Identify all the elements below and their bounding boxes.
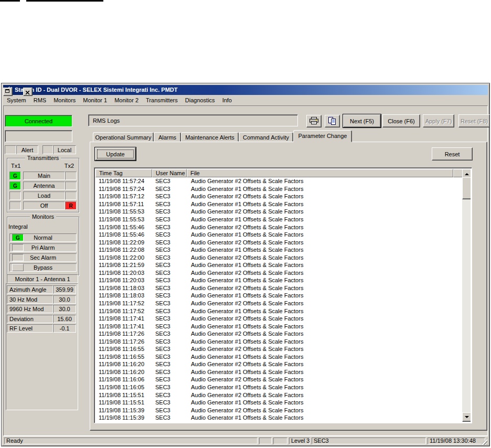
cell-file: Audio Generator #1 Offsets & Scale Facto… bbox=[187, 369, 463, 375]
copy-button[interactable] bbox=[325, 115, 340, 127]
table-row[interactable]: 11/19/08 11:16:20SEC3Audio Generator #2 … bbox=[95, 360, 463, 368]
table-row[interactable]: 11/19/08 11:16:55SEC3Audio Generator #1 … bbox=[95, 353, 463, 361]
monitors-group: Monitors Integral GNormalPri AlarmSec Al… bbox=[7, 217, 79, 275]
cell-file: Audio Generator #1 Offsets & Scale Facto… bbox=[187, 323, 463, 329]
reading-rf-level-label: RF Level bbox=[7, 324, 53, 333]
table-row[interactable]: 11/19/08 11:57:11SEC3Audio Generator #1 … bbox=[95, 200, 463, 208]
table-row[interactable]: 11/19/08 11:55:46SEC3Audio Generator #1 … bbox=[95, 231, 463, 239]
alert-indicator bbox=[5, 145, 16, 154]
monitors-subtitle: Integral bbox=[8, 223, 28, 230]
monitor-normal-label: Normal bbox=[34, 234, 52, 241]
status-pane-1 bbox=[259, 438, 272, 444]
tab-command-activity[interactable]: Command Activity bbox=[239, 132, 293, 142]
table-row[interactable]: 11/19/08 11:15:51SEC3Audio Generator #2 … bbox=[95, 391, 463, 399]
cell-file: Audio Generator #2 Offsets & Scale Facto… bbox=[187, 285, 463, 291]
menu-item-system[interactable]: System bbox=[3, 95, 30, 104]
table-row[interactable]: 11/19/08 11:20:03SEC3Audio Generator #2 … bbox=[95, 269, 463, 277]
close-button[interactable] bbox=[23, 88, 33, 96]
cell-user-name: SEC3 bbox=[152, 376, 187, 382]
cell-time-tag: 11/19/08 11:15:39 bbox=[95, 407, 152, 413]
table-row[interactable]: 11/19/08 11:20:03SEC3Audio Generator #1 … bbox=[95, 276, 463, 284]
cell-file: Audio Generator #2 Offsets & Scale Facto… bbox=[187, 178, 463, 184]
menu-item-diagnostics[interactable]: Diagnostics bbox=[182, 95, 219, 104]
view-title-field: RMS Logs bbox=[88, 114, 298, 126]
tx1-column-label: Tx1 bbox=[11, 163, 20, 169]
cell-time-tag: 11/19/08 11:20:03 bbox=[95, 277, 152, 283]
cell-time-tag: 11/19/08 11:17:52 bbox=[95, 300, 152, 306]
cell-time-tag: 11/19/08 11:55:53 bbox=[95, 216, 152, 222]
tab-alarms[interactable]: Alarms bbox=[154, 132, 181, 142]
reset-f8-button[interactable]: Reset (F8) bbox=[458, 114, 490, 127]
cell-user-name: SEC3 bbox=[152, 254, 187, 261]
transmitters-group-title: Transmitters bbox=[7, 155, 79, 161]
column-header-user-name[interactable]: User Name bbox=[152, 169, 187, 177]
column-header-file[interactable]: File bbox=[187, 169, 453, 177]
tab-parameter-change[interactable]: Parameter Change bbox=[293, 130, 352, 142]
next-button[interactable]: Next (F5) bbox=[343, 114, 381, 127]
menu-item-transmitters[interactable]: Transmitters bbox=[142, 95, 182, 104]
cell-user-name: SEC3 bbox=[152, 354, 187, 360]
cell-time-tag: 11/19/08 11:18:03 bbox=[95, 292, 152, 298]
table-row[interactable]: 11/19/08 11:22:09SEC3Audio Generator #2 … bbox=[95, 238, 463, 246]
cell-user-name: SEC3 bbox=[152, 323, 187, 329]
table-row[interactable]: 11/19/08 11:16:55SEC3Audio Generator #2 … bbox=[95, 345, 463, 353]
scroll-down-button[interactable] bbox=[462, 412, 471, 422]
update-button[interactable]: Update bbox=[95, 147, 136, 161]
cell-user-name: SEC3 bbox=[152, 224, 187, 230]
vertical-scrollbar[interactable] bbox=[462, 169, 471, 422]
menu-item-info[interactable]: Info bbox=[219, 95, 236, 104]
status-pane-2 bbox=[273, 438, 287, 444]
table-row[interactable]: 11/19/08 11:55:53SEC3Audio Generator #2 … bbox=[95, 208, 463, 216]
tab-operational-summary[interactable]: Operational Summary bbox=[93, 132, 154, 142]
maximize-button[interactable] bbox=[3, 88, 13, 96]
apply-button[interactable]: Apply (F7) bbox=[423, 114, 454, 127]
table-row[interactable]: 11/19/08 11:57:24SEC3Audio Generator #1 … bbox=[95, 185, 463, 193]
monitor-bypass-indicator[interactable] bbox=[12, 264, 24, 271]
cell-user-name: SEC3 bbox=[152, 399, 187, 406]
table-row[interactable]: 11/19/08 11:17:41SEC3Audio Generator #1 … bbox=[95, 322, 463, 330]
table-row[interactable]: 11/19/08 11:57:12SEC3Audio Generator #2 … bbox=[95, 193, 463, 200]
table-row[interactable]: 11/19/08 11:17:41SEC3Audio Generator #2 … bbox=[95, 315, 463, 323]
cell-file: Audio Generator #2 Offsets & Scale Facto… bbox=[187, 254, 463, 261]
app-window: Station ID - Dual DVOR - SELEX Sistemi I… bbox=[1, 83, 490, 446]
table-row[interactable]: 11/19/08 11:17:26SEC3Audio Generator #1 … bbox=[95, 337, 463, 345]
table-row[interactable]: 11/19/08 11:22:00SEC3Audio Generator #2 … bbox=[95, 253, 463, 261]
monitor-bypass-row: Bypass bbox=[9, 263, 77, 272]
table-row[interactable]: 11/19/08 11:16:06SEC3Audio Generator #2 … bbox=[95, 376, 463, 383]
cell-time-tag: 11/19/08 11:16:55 bbox=[95, 354, 152, 360]
panel-reset-button[interactable]: Reset bbox=[432, 147, 473, 161]
table-row[interactable]: 11/19/08 11:55:46SEC3Audio Generator #2 … bbox=[95, 223, 463, 231]
table-row[interactable]: 11/19/08 11:18:03SEC3Audio Generator #1 … bbox=[95, 292, 463, 300]
table-row[interactable]: 11/19/08 11:16:05SEC3Audio Generator #1 … bbox=[95, 383, 463, 391]
table-row[interactable]: 11/19/08 11:21:59SEC3Audio Generator #1 … bbox=[95, 261, 463, 269]
menu-item-monitors[interactable]: Monitors bbox=[50, 95, 79, 104]
cell-file: Audio Generator #2 Offsets & Scale Facto… bbox=[187, 193, 463, 199]
table-row[interactable]: 11/19/08 11:15:39SEC3Audio Generator #2 … bbox=[95, 406, 463, 414]
scroll-thumb[interactable] bbox=[462, 177, 471, 199]
table-row[interactable]: 11/19/08 11:17:52SEC3Audio Generator #1 … bbox=[95, 307, 463, 315]
table-row[interactable]: 11/19/08 11:22:08SEC3Audio Generator #1 … bbox=[95, 246, 463, 254]
menu-item-rms[interactable]: RMS bbox=[30, 95, 50, 104]
menu-item-monitor-2[interactable]: Monitor 2 bbox=[111, 95, 142, 104]
table-row[interactable]: 11/19/08 11:15:39SEC3Audio Generator #1 … bbox=[95, 414, 463, 422]
close-view-button[interactable]: Close (F6) bbox=[382, 114, 420, 127]
top-artifact-bar-2 bbox=[26, 0, 103, 2]
table-row[interactable]: 11/19/08 11:15:51SEC3Audio Generator #1 … bbox=[95, 399, 463, 407]
table-row[interactable]: 11/19/08 11:57:24SEC3Audio Generator #2 … bbox=[95, 177, 463, 185]
tx-main-label: Main bbox=[23, 172, 65, 180]
table-row[interactable]: 11/19/08 11:17:52SEC3Audio Generator #2 … bbox=[95, 300, 463, 307]
print-button[interactable] bbox=[306, 115, 322, 127]
table-row[interactable]: 11/19/08 11:55:53SEC3Audio Generator #1 … bbox=[95, 216, 463, 223]
cell-user-name: SEC3 bbox=[152, 277, 187, 283]
menu-item-monitor-1[interactable]: Monitor 1 bbox=[79, 95, 111, 104]
cell-file: Audio Generator #1 Offsets & Scale Facto… bbox=[187, 231, 463, 238]
cell-file: Audio Generator #1 Offsets & Scale Facto… bbox=[187, 308, 463, 314]
table-row[interactable]: 11/19/08 11:16:20SEC3Audio Generator #1 … bbox=[95, 368, 463, 376]
column-header-time-tag[interactable]: Time Tag bbox=[95, 169, 152, 177]
table-row[interactable]: 11/19/08 11:18:03SEC3Audio Generator #2 … bbox=[95, 284, 463, 292]
table-row[interactable]: 11/19/08 11:17:26SEC3Audio Generator #2 … bbox=[95, 330, 463, 338]
cell-time-tag: 11/19/08 11:55:46 bbox=[95, 224, 152, 230]
cell-user-name: SEC3 bbox=[152, 338, 187, 345]
tab-maintenance-alerts[interactable]: Maintenance Alerts bbox=[181, 132, 239, 142]
title-bar[interactable]: Station ID - Dual DVOR - SELEX Sistemi I… bbox=[3, 85, 488, 95]
